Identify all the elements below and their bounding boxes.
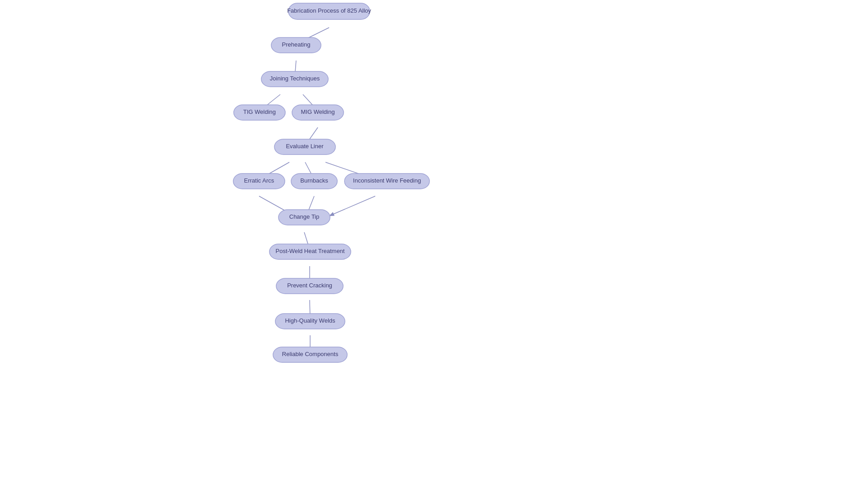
node-changetip-label: Change Tip <box>289 213 320 220</box>
diagram-container: Fabrication Process of 825 Alloy Preheat… <box>0 0 868 488</box>
node-postweld-label: Post-Weld Heat Treatment <box>276 248 345 254</box>
flowchart: Fabrication Process of 825 Alloy Preheat… <box>0 0 868 488</box>
node-preheating-label: Preheating <box>282 41 311 48</box>
node-reliable-label: Reliable Components <box>282 351 339 357</box>
arrow-inconsistent-changetip <box>330 196 375 216</box>
node-root-label: Fabrication Process of 825 Alloy <box>287 7 371 14</box>
node-inconsistent-label: Inconsistent Wire Feeding <box>353 177 421 184</box>
node-tig-label: TIG Welding <box>243 108 276 115</box>
node-mig-label: MIG Welding <box>301 108 335 115</box>
node-highquality-label: High-Quality Welds <box>285 317 335 324</box>
node-erratic-label: Erratic Arcs <box>244 177 274 184</box>
node-burnbacks-label: Burnbacks <box>300 177 328 184</box>
node-joining-label: Joining Techniques <box>270 75 320 82</box>
node-evaluate-label: Evaluate Liner <box>286 143 324 150</box>
node-prevent-label: Prevent Cracking <box>287 282 332 289</box>
